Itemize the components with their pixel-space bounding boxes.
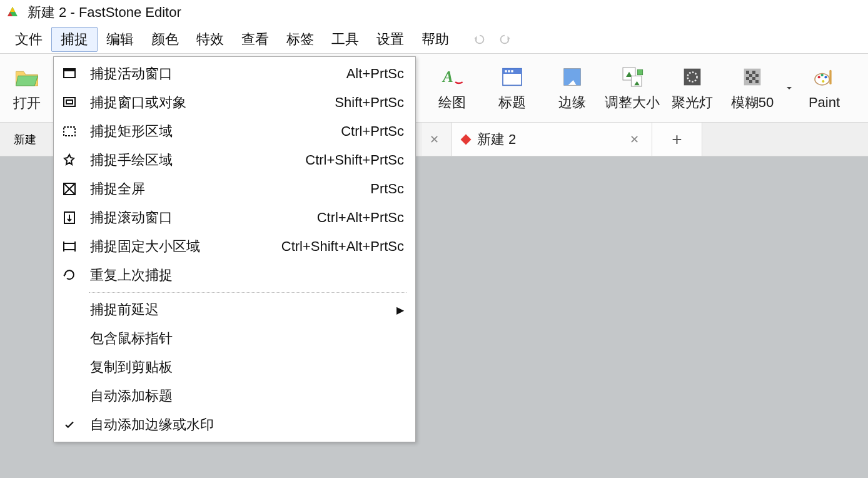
close-icon[interactable]: ✕ (427, 133, 442, 146)
tab-prev-close[interactable]: ✕ (422, 123, 452, 156)
tab-active-label: 新建 2 (477, 130, 620, 149)
menu-item-label: 捕捉活动窗口 (90, 64, 335, 83)
tab-partial[interactable]: 新建 (0, 123, 53, 156)
menu-item-label: 自动添加标题 (90, 387, 404, 405)
svg-rect-5 (511, 70, 513, 72)
capture-fullscreen[interactable]: 捕捉全屏 PrtSc (54, 175, 415, 203)
titlebar: 新建 2 - FastStone Editor (0, 0, 868, 25)
svg-rect-4 (508, 70, 510, 72)
svg-rect-14 (752, 71, 755, 74)
object-icon (62, 95, 77, 110)
menu-help[interactable]: 帮助 (413, 28, 458, 51)
menu-item-shortcut: Ctrl+Alt+PrtSc (317, 210, 404, 226)
toolbar-draw-button[interactable]: A 绘图 (422, 54, 482, 122)
fullscreen-icon (62, 181, 77, 196)
new-tab-button[interactable]: + (652, 123, 702, 156)
freehand-icon (62, 153, 77, 168)
menu-item-label: 自动添加边缘或水印 (90, 415, 404, 434)
menu-item-shortcut: Shift+PrtSc (335, 94, 404, 111)
capture-rect[interactable]: 捕捉矩形区域 Ctrl+PrtSc (54, 117, 415, 146)
menu-item-label: 捕捉窗口或对象 (90, 93, 323, 112)
menu-item-shortcut: Ctrl+PrtSc (341, 123, 404, 140)
toolbar-paint-button[interactable]: Paint (796, 54, 852, 122)
toolbar-resize-button[interactable]: 调整大小 (602, 54, 662, 122)
svg-rect-18 (752, 77, 755, 80)
svg-point-25 (822, 79, 824, 82)
repeat-icon (62, 268, 77, 283)
svg-rect-31 (64, 127, 75, 136)
svg-rect-3 (505, 70, 507, 72)
capture-delay[interactable]: 捕捉前延迟 ▶ (54, 295, 415, 324)
menubar: 文件 捕捉 编辑 颜色 特效 查看 标签 工具 设置 帮助 (0, 25, 868, 54)
capture-window-object[interactable]: 捕捉窗口或对象 Shift+PrtSc (54, 88, 415, 117)
open-folder-icon (14, 64, 40, 90)
toolbar-resize-label: 调整大小 (605, 93, 660, 112)
toolbar-title-button[interactable]: 标题 (482, 54, 542, 122)
toolbar-dropdown-arrow[interactable] (782, 54, 796, 122)
toolbar-spotlight-label: 聚光灯 (672, 93, 713, 112)
menu-capture[interactable]: 捕捉 (51, 27, 98, 52)
svg-rect-28 (64, 69, 75, 71)
capture-dropdown: 捕捉活动窗口 Alt+PrtSc 捕捉窗口或对象 Shift+PrtSc 捕捉矩… (53, 56, 416, 442)
tab-active[interactable]: 新建 2 ✕ (452, 123, 652, 156)
menu-settings[interactable]: 设置 (368, 28, 413, 51)
menu-item-label: 捕捉手绘区域 (90, 151, 294, 170)
auto-add-title[interactable]: 自动添加标题 (54, 382, 415, 410)
window-icon (62, 66, 77, 81)
menu-edit[interactable]: 编辑 (98, 28, 143, 51)
toolbar-spotlight-button[interactable]: 聚光灯 (662, 54, 722, 122)
auto-add-edge-watermark[interactable]: 自动添加边缘或水印 (54, 410, 415, 439)
scroll-icon (62, 210, 77, 225)
menu-tools[interactable]: 工具 (323, 28, 368, 51)
fixed-rect-icon (62, 239, 77, 254)
copy-to-clipboard[interactable]: 复制到剪贴板 (54, 353, 415, 382)
menu-item-label: 复制到剪贴板 (90, 358, 404, 377)
edge-icon (560, 64, 585, 89)
toolbar-blur-button[interactable]: 模糊50 (722, 54, 782, 122)
history-controls (473, 33, 512, 46)
submenu-arrow-icon: ▶ (396, 304, 404, 316)
svg-rect-10 (684, 68, 701, 85)
close-icon[interactable]: ✕ (627, 133, 642, 146)
spotlight-icon (680, 64, 705, 89)
svg-rect-13 (746, 71, 749, 74)
menu-item-label: 捕捉矩形区域 (90, 122, 330, 141)
check-icon (64, 419, 75, 430)
menu-item-label: 捕捉固定大小区域 (90, 237, 270, 256)
menu-label[interactable]: 标签 (278, 28, 323, 51)
menu-separator (89, 292, 406, 293)
menu-color[interactable]: 颜色 (143, 28, 188, 51)
svg-rect-16 (755, 74, 759, 77)
svg-rect-20 (755, 80, 759, 83)
menu-item-label: 包含鼠标指针 (90, 329, 404, 348)
menu-view[interactable]: 查看 (233, 28, 278, 51)
menu-item-label: 重复上次捕捉 (90, 266, 393, 285)
svg-rect-9 (637, 69, 642, 74)
svg-rect-29 (64, 98, 75, 106)
svg-point-24 (824, 76, 827, 78)
svg-rect-26 (829, 69, 831, 84)
menu-file[interactable]: 文件 (6, 28, 51, 51)
toolbar-open-button[interactable]: 打开 (0, 54, 53, 122)
include-cursor[interactable]: 包含鼠标指针 (54, 324, 415, 353)
capture-fixed-size[interactable]: 捕捉固定大小区域 Ctrl+Shift+Alt+PrtSc (54, 232, 415, 261)
menu-item-label: 捕捉前延迟 (90, 300, 385, 319)
redo-icon[interactable] (498, 33, 512, 46)
capture-scrolling[interactable]: 捕捉滚动窗口 Ctrl+Alt+PrtSc (54, 203, 415, 232)
svg-point-23 (821, 73, 824, 76)
menu-item-shortcut: Alt+PrtSc (346, 66, 404, 82)
toolbar-edge-label: 边缘 (558, 93, 586, 112)
toolbar-edge-button[interactable]: 边缘 (542, 54, 602, 122)
capture-active-window[interactable]: 捕捉活动窗口 Alt+PrtSc (54, 59, 415, 88)
chevron-down-icon (786, 85, 792, 91)
rect-select-icon (62, 124, 77, 139)
repeat-last-capture[interactable]: 重复上次捕捉 (54, 261, 415, 290)
modified-indicator-icon (461, 134, 472, 145)
menu-effect[interactable]: 特效 (188, 28, 233, 51)
menu-item-label: 捕捉全屏 (90, 180, 359, 198)
svg-rect-34 (64, 243, 75, 250)
svg-text:A: A (442, 68, 453, 85)
undo-icon[interactable] (473, 33, 487, 46)
toolbar-draw-label: 绘图 (438, 93, 466, 112)
capture-freehand[interactable]: 捕捉手绘区域 Ctrl+Shift+PrtSc (54, 146, 415, 175)
